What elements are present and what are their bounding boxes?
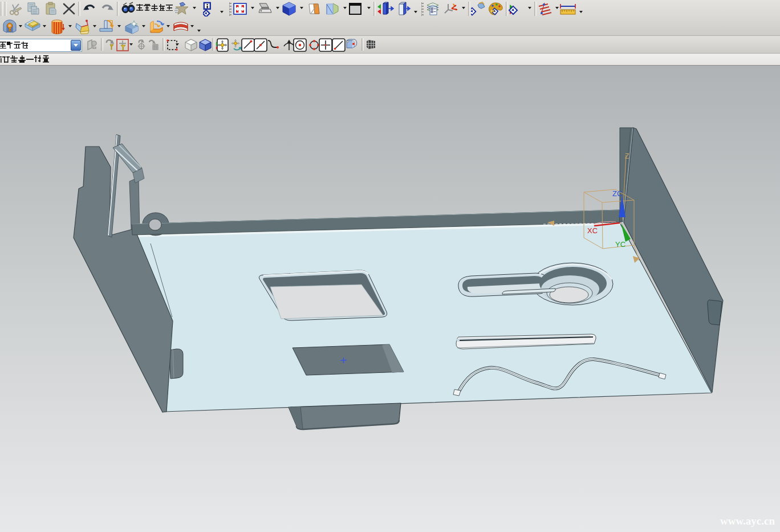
svg-text:www.ayc.cn: www.ayc.cn — [720, 515, 775, 527]
svg-text:YC: YC — [615, 240, 625, 249]
svg-text:Z: Z — [625, 152, 629, 160]
svg-text:XC: XC — [587, 226, 598, 235]
svg-text:ZC: ZC — [612, 189, 622, 198]
